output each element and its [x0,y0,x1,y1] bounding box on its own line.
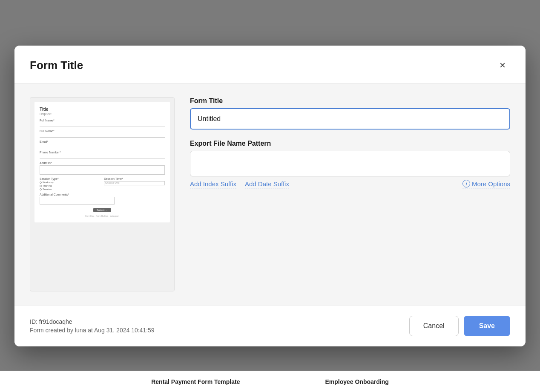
preview-choose-one: Choose One [105,182,120,184]
preview-fullname2-input [40,133,165,138]
form-title-label: Form Title [190,97,510,105]
footer-meta: ID: fr91docaqhe Form created by luna at … [30,318,155,334]
footer-id: ID: fr91docaqhe [30,318,155,325]
info-icon: i [462,180,470,187]
modal-title: Form Title [30,59,83,72]
preview-comments-label: Additional Comments* [40,193,165,196]
save-button[interactable]: Save [464,316,510,336]
preview-submit-btn: Submit → [93,208,111,212]
form-title-group: Form Title [190,97,510,130]
right-panel: Form Title Export File Name Pattern Add … [190,97,510,291]
export-pattern-input[interactable] [190,151,510,176]
cancel-button[interactable]: Cancel [409,316,459,336]
form-title-input[interactable] [190,108,510,130]
modal-footer: ID: fr91docaqhe Form created by luna at … [14,305,526,346]
export-pattern-group: Export File Name Pattern Add Index Suffi… [190,140,510,188]
preview-comments-box [40,197,115,205]
modal-header: Form Title × [14,46,526,84]
preview-radio-workshop: Workshop [40,181,101,184]
add-date-suffix-link[interactable]: Add Date Suffix [245,180,289,188]
preview-radio-group: Workshop Training Seminar [40,181,101,190]
preview-session-type-label: Session Type* [40,177,101,180]
radio-circle-workshop [40,182,42,184]
preview-fullname1-label: Full Name* [40,119,165,122]
suffix-row: Add Index Suffix Add Date Suffix i More … [190,180,510,188]
preview-email-label: Email* [40,140,165,143]
more-options-link[interactable]: i More Options [462,180,510,188]
bottom-bar: Rental Payment Form Template Employee On… [0,371,540,392]
export-pattern-label: Export File Name Pattern [190,140,510,147]
radio-circle-training [40,185,42,187]
preview-help: Help text [40,112,165,115]
more-options-label: More Options [472,180,510,187]
form-preview: Title Help text Full Name* Full Name* Em… [34,102,170,222]
modal-backdrop: Form Title × Title Help text Full Name* … [0,0,540,392]
preview-fullname2-label: Full Name* [40,130,165,133]
preview-radio-training: Training [40,184,101,187]
bottom-bar-item-2: Employee Onboarding [325,378,388,385]
close-button[interactable]: × [495,58,510,73]
preview-email-input [40,144,165,148]
preview-address-box [40,165,165,175]
modal-body: Title Help text Full Name* Full Name* Em… [14,84,526,305]
add-index-suffix-link[interactable]: Add Index Suffix [190,180,236,188]
radio-label-workshop: Workshop [43,181,54,184]
radio-label-seminar: Seminar [43,188,52,190]
preview-address-label: Address* [40,161,165,164]
preview-fullname1-input [40,123,165,127]
preview-phone-input [40,155,165,159]
modal-dialog: Form Title × Title Help text Full Name* … [14,46,526,346]
radio-circle-seminar [40,188,42,190]
preview-radio-seminar: Seminar [40,188,101,190]
preview-session-time: Session Time* Choose One [104,177,165,185]
preview-footer: FormCox · Form Builder · Instagram [40,215,165,217]
preview-select: Choose One [104,181,165,185]
footer-created: Form created by luna at Aug 31, 2024 10:… [30,327,155,334]
radio-label-training: Training [43,184,52,187]
preview-submit-row: Submit → [40,208,165,212]
preview-phone-label: Phone Number* [40,151,165,154]
preview-session-type: Session Type* Workshop Training [40,177,101,190]
preview-session-time-label: Session Time* [104,177,165,180]
preview-session-row: Session Type* Workshop Training [40,177,165,190]
bottom-bar-item-1: Rental Payment Form Template [151,378,240,385]
form-preview-panel: Title Help text Full Name* Full Name* Em… [30,97,175,291]
footer-actions: Cancel Save [409,316,510,336]
preview-title: Title [40,107,165,112]
